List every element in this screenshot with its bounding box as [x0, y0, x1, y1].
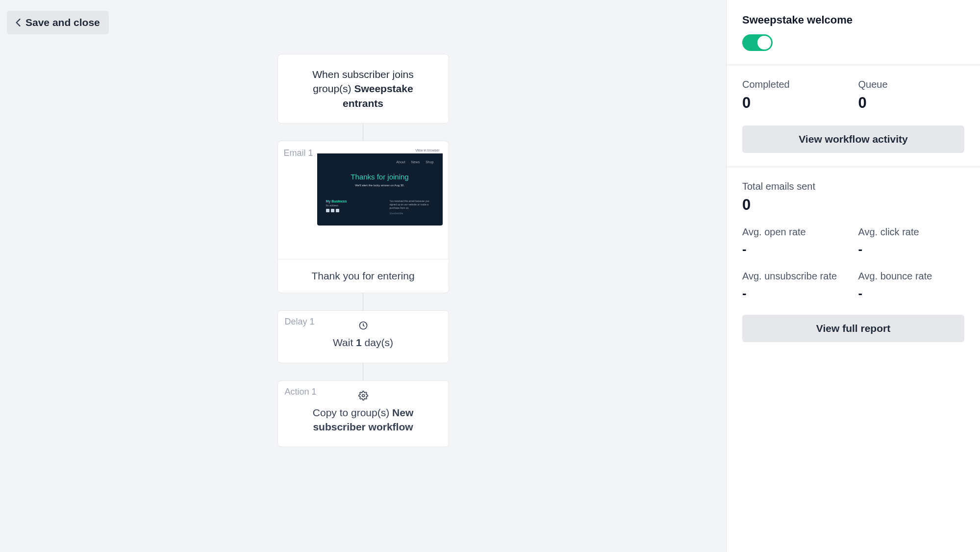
workflow-title: Sweepstake welcome: [742, 14, 964, 26]
email-preview-nav-item: About: [396, 160, 405, 164]
stat-unsubscribe-rate: Avg. unsubscribe rate -: [742, 271, 849, 301]
action-node[interactable]: Action 1 Copy to group(s) New subscriber…: [277, 380, 449, 448]
action-step-label: Action 1: [285, 387, 317, 397]
stat-open-rate-value: -: [742, 242, 849, 257]
email-preview-disclaimer: You received this email because you sign…: [390, 200, 434, 210]
connector-line: [363, 124, 363, 141]
delay-count: 1: [356, 337, 362, 348]
rates-stats-grid: Avg. open rate - Avg. click rate - Avg. …: [742, 226, 964, 301]
delay-suffix: day(s): [362, 337, 393, 348]
email-preview-footer: My Business No address You received this…: [326, 200, 434, 215]
delay-prefix: Wait: [333, 337, 356, 348]
delay-text: Wait 1 day(s): [288, 335, 439, 350]
email-preview-address: No address: [326, 204, 347, 207]
stat-completed-value: 0: [742, 94, 849, 112]
email-preview-social-icons: [326, 209, 347, 212]
social-icon: [326, 209, 329, 212]
save-and-close-label: Save and close: [25, 17, 100, 28]
email-step-label: Email 1: [284, 147, 313, 158]
email-preview-subtitle: We'll alert the lucky winner on Aug 30.: [326, 184, 434, 187]
email-preview-nav-item: News: [411, 160, 420, 164]
stat-unsubscribe-rate-label: Avg. unsubscribe rate: [742, 271, 849, 282]
stat-bounce-rate-value: -: [858, 286, 965, 301]
connector-line: [363, 293, 363, 310]
stat-total-emails-value: 0: [742, 196, 964, 214]
view-workflow-activity-button[interactable]: View workflow activity: [742, 125, 964, 153]
stat-click-rate-label: Avg. click rate: [858, 226, 965, 238]
stat-queue-label: Queue: [858, 79, 965, 90]
email-preview-brand-block: My Business No address: [326, 200, 347, 212]
stat-click-rate: Avg. click rate -: [858, 226, 965, 257]
social-icon: [336, 209, 339, 212]
email-preview-nav-item: Shop: [426, 160, 433, 164]
email-preview-view-browser: View in browser: [415, 149, 439, 152]
view-full-report-button[interactable]: View full report: [742, 315, 964, 342]
email-preview-disclaimer-block: You received this email because you sign…: [390, 200, 434, 215]
activity-stats-grid: Completed 0 Queue 0: [742, 79, 964, 112]
save-and-close-button[interactable]: Save and close: [7, 11, 109, 34]
trigger-node[interactable]: When subscriber joins group(s) Sweepstak…: [277, 54, 449, 124]
stat-completed: Completed 0: [742, 79, 849, 112]
email-node-top: Email 1 View in browser About News Shop …: [278, 141, 449, 259]
workflow-canvas[interactable]: When subscriber joins group(s) Sweepstak…: [0, 0, 726, 477]
stat-completed-label: Completed: [742, 79, 849, 90]
sidebar-activity-section: Completed 0 Queue 0 View workflow activi…: [727, 65, 980, 167]
email-preview-body: About News Shop Thanks for joining We'll…: [317, 153, 443, 226]
sidebar-header-section: Sweepstake welcome: [727, 0, 980, 65]
chevron-left-icon: [16, 19, 21, 26]
email-preview-thumbnail: View in browser About News Shop Thanks f…: [317, 147, 443, 226]
workflow-canvas-area: Save and close When subscriber joins gro…: [0, 0, 726, 552]
email-preview-unsubscribe: Unsubscribe: [390, 212, 434, 215]
action-prefix: Copy to group(s): [313, 407, 392, 418]
stat-total-emails: Total emails sent 0: [742, 181, 964, 214]
sidebar-report-section: Total emails sent 0 Avg. open rate - Avg…: [727, 167, 980, 356]
stat-bounce-rate: Avg. bounce rate -: [858, 271, 965, 301]
email-preview-brand: My Business: [326, 200, 347, 203]
stat-queue-value: 0: [858, 94, 965, 112]
toggle-knob: [757, 36, 771, 50]
stat-queue: Queue 0: [858, 79, 965, 112]
delay-node[interactable]: Delay 1 Wait 1 day(s): [277, 310, 449, 363]
email-subject-caption: Thank you for entering: [278, 259, 449, 293]
stat-bounce-rate-label: Avg. bounce rate: [858, 271, 965, 282]
social-icon: [331, 209, 334, 212]
email-preview-title: Thanks for joining: [326, 173, 434, 181]
stat-open-rate-label: Avg. open rate: [742, 226, 849, 238]
stat-click-rate-value: -: [858, 242, 965, 257]
delay-step-label: Delay 1: [285, 317, 315, 327]
stat-open-rate: Avg. open rate -: [742, 226, 849, 257]
email-node[interactable]: Email 1 View in browser About News Shop …: [277, 141, 449, 293]
workflow-sidebar: Sweepstake welcome Completed 0 Queue 0 V…: [726, 0, 980, 552]
stat-unsubscribe-rate-value: -: [742, 286, 849, 301]
workflow-enabled-toggle[interactable]: [742, 34, 773, 51]
connector-line: [363, 363, 363, 380]
email-preview-header: View in browser: [317, 147, 443, 153]
email-preview-nav: About News Shop: [326, 160, 434, 164]
svg-point-1: [362, 394, 364, 397]
stat-total-emails-label: Total emails sent: [742, 181, 964, 192]
action-text: Copy to group(s) New subscriber workflow: [288, 405, 439, 434]
